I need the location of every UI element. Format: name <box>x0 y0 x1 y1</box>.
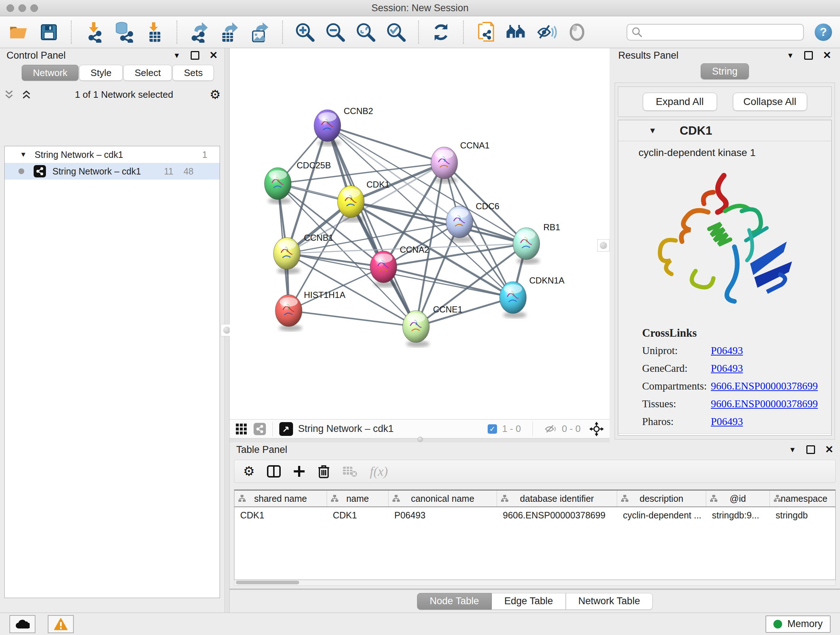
crosslink-value-link[interactable]: P06493 <box>711 363 743 374</box>
export-network-icon[interactable] <box>189 21 210 43</box>
refresh-view-icon[interactable] <box>431 21 452 43</box>
divider-grab-dot[interactable] <box>417 437 423 442</box>
panel-menu-icon[interactable]: ▼ <box>173 51 180 60</box>
grid-view-icon[interactable] <box>235 423 247 435</box>
panel-divider[interactable] <box>224 48 230 613</box>
gene-collapse-icon[interactable]: ▼ <box>649 126 657 135</box>
scrollbar-thumb[interactable] <box>236 581 299 584</box>
network-collection-row[interactable]: ▼ String Network – cdk1 1 <box>5 146 219 163</box>
pan-crosshair-icon[interactable] <box>589 422 604 436</box>
column-header-namespace[interactable]: namespace <box>770 491 836 507</box>
crosslink-value-link[interactable]: P06493 <box>711 345 743 356</box>
crosslink-value-link[interactable]: P06493 <box>711 416 743 428</box>
zoom-out-icon[interactable] <box>325 21 346 43</box>
hidden-eye-icon[interactable] <box>545 424 557 434</box>
network-node-rb1[interactable] <box>513 228 540 264</box>
memory-button[interactable]: Memory <box>766 616 831 633</box>
cloud-button[interactable] <box>9 615 35 633</box>
search-icon <box>632 27 643 38</box>
collapse-all-icon[interactable] <box>4 89 14 100</box>
panel-close-icon[interactable]: ✕ <box>210 50 218 60</box>
crosslinks-section: CrossLinks Uniprot:P06493GeneCard:P06493… <box>618 317 831 433</box>
panel-menu-icon[interactable]: ▼ <box>787 51 794 60</box>
table-row[interactable]: CDK1CDK1P064939606.ENSP00000378699cyclin… <box>234 507 835 523</box>
column-header--id[interactable]: @id <box>706 491 770 507</box>
network-node-hist1h1a[interactable] <box>275 295 302 331</box>
tab-network[interactable]: Network <box>22 65 79 81</box>
horizontal-divider[interactable] <box>230 438 609 442</box>
tab-select[interactable]: Select <box>123 65 172 81</box>
network-edge[interactable] <box>416 298 513 326</box>
column-header-canonical-name[interactable]: canonical name <box>388 491 497 507</box>
function-builder-icon[interactable]: f(x) <box>370 464 388 479</box>
network-edge[interactable] <box>384 267 513 298</box>
zoom-fit-icon[interactable] <box>355 21 376 43</box>
network-node-cdc25b[interactable] <box>264 168 291 204</box>
column-header-description[interactable]: description <box>617 491 706 507</box>
open-session-icon[interactable] <box>8 21 29 43</box>
network-node-ccna2[interactable] <box>370 251 397 287</box>
network-options-gear-icon[interactable]: ⚙ <box>210 88 221 101</box>
column-header-database-identifier[interactable]: database identifier <box>497 491 617 507</box>
zoom-in-icon[interactable] <box>294 21 316 43</box>
tab-style[interactable]: Style <box>79 65 123 81</box>
zoom-selected-icon[interactable] <box>386 21 407 43</box>
network-node-ccnb1[interactable] <box>273 238 300 274</box>
delete-column-icon[interactable] <box>317 464 330 478</box>
collection-collapse-icon[interactable]: ▼ <box>20 150 27 158</box>
network-edge[interactable] <box>327 126 444 163</box>
first-neighbors-icon[interactable] <box>506 21 527 43</box>
warnings-button[interactable] <box>48 615 74 633</box>
add-column-icon[interactable] <box>293 465 305 478</box>
crosslink-value-link[interactable]: 9606.ENSP00000378699 <box>711 380 818 392</box>
help-button[interactable]: ? <box>815 24 832 41</box>
panel-float-icon[interactable] <box>806 445 815 454</box>
table-settings-gear-icon[interactable]: ⚙ <box>243 465 255 478</box>
tab-node-table[interactable]: Node Table <box>417 593 492 610</box>
import-network-file-icon[interactable] <box>83 21 104 43</box>
export-image-icon[interactable] <box>249 21 271 43</box>
network-view-mode-icon[interactable] <box>254 423 266 435</box>
delete-table-icon[interactable] <box>342 465 357 478</box>
search-input[interactable] <box>643 27 799 37</box>
presentation-icon[interactable] <box>567 21 587 43</box>
import-network-database-icon[interactable] <box>114 21 134 43</box>
panel-menu-icon[interactable]: ▼ <box>789 446 796 454</box>
network-edge[interactable] <box>289 267 384 310</box>
collapse-all-button[interactable]: Collapse All <box>733 93 807 111</box>
expand-all-icon[interactable] <box>21 89 32 100</box>
network-edge[interactable] <box>289 310 416 326</box>
divider-grab-handle-right[interactable] <box>597 239 609 252</box>
network-edge[interactable] <box>327 126 526 244</box>
tab-sets[interactable]: Sets <box>172 65 214 81</box>
network-canvas[interactable]: CCNB2CCNA1CDC25BCDK1CDC6RB1CCNB1CCNA2CDK… <box>230 48 609 419</box>
crosslink-row: GeneCard:P06493 <box>642 363 831 374</box>
panel-float-icon[interactable] <box>804 51 813 60</box>
panel-float-icon[interactable] <box>191 51 199 60</box>
table-horizontal-scrollbar[interactable] <box>234 580 836 586</box>
panel-close-icon[interactable]: ✕ <box>825 445 834 455</box>
column-header-shared-name[interactable]: shared name <box>234 491 327 507</box>
import-table-file-icon[interactable] <box>144 21 165 43</box>
network-node-cdc6[interactable] <box>446 206 473 242</box>
birdseye-view-icon[interactable] <box>279 422 293 436</box>
network-node-cdkn1a[interactable] <box>500 282 526 318</box>
show-columns-icon[interactable] <box>267 465 281 478</box>
show-hide-icon[interactable] <box>536 21 557 43</box>
tab-string[interactable]: String <box>701 63 749 79</box>
selected-checkbox-icon[interactable]: ✓ <box>488 424 497 434</box>
tab-edge-table[interactable]: Edge Table <box>492 593 566 610</box>
crosslink-value-link[interactable]: 9606.ENSP00000378699 <box>711 398 818 410</box>
search-field[interactable] <box>627 24 804 41</box>
tab-network-table[interactable]: Network Table <box>566 593 653 610</box>
column-header-name[interactable]: name <box>327 491 388 507</box>
network-node-ccnb2[interactable] <box>314 110 341 146</box>
panel-close-icon[interactable]: ✕ <box>823 50 831 60</box>
expand-all-button[interactable]: Expand All <box>643 93 717 111</box>
network-row[interactable]: String Network – cdk1 11 48 <box>5 163 219 180</box>
network-node-ccne1[interactable] <box>403 310 429 347</box>
clone-network-icon[interactable] <box>475 21 496 43</box>
export-table-icon[interactable] <box>219 21 240 43</box>
gene-header-row[interactable]: ▼ CDK1 <box>618 120 831 141</box>
save-session-icon[interactable] <box>38 21 59 43</box>
